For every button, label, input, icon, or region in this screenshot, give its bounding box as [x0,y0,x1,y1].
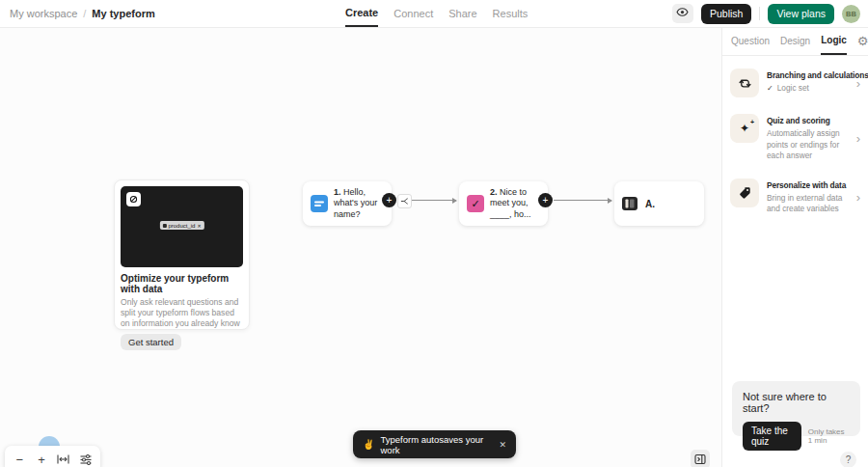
question-node-1-text: 1. Hello, what's your name? [334,187,384,221]
quiz-sparkle-icon: ✦+ [730,114,759,143]
panel-item-text: Branching and calculations ✓ Logic set [767,69,868,97]
preview-button[interactable] [672,4,693,23]
panel-item-personalize[interactable]: Personalize with data Bring in external … [730,179,860,215]
tag-icon [730,179,759,207]
variable-chip-label: product_id [168,223,195,229]
variable-chip-icon [162,224,166,228]
panel-items: Branching and calculations ✓ Logic set ›… [722,56,868,215]
tab-design[interactable]: Design [780,27,810,55]
question-node-2-text: 2. Nice to meet you, ____, ho... [490,187,540,221]
logic-set-label: Logic set [777,83,809,93]
flow-canvas[interactable]: product_id ✕ Optimize your typeform with… [0,27,721,467]
zoom-out-button[interactable]: − [11,451,28,467]
breadcrumb-form-title[interactable]: My typeform [92,8,154,19]
panel-item-quiz[interactable]: ✦+ Quiz and scoring Automatically assign… [730,114,860,162]
ending-node-label: A. [645,199,655,209]
short-text-icon [311,195,328,212]
tab-logic[interactable]: Logic [821,27,847,55]
tab-create[interactable]: Create [345,0,378,27]
collapse-panel-button[interactable] [691,450,710,467]
add-block-button-1[interactable]: + [382,193,396,207]
ending-icon [622,197,637,210]
autosave-toast: ✌️ Typeform autosaves your work ✕ [353,430,516,458]
panel-item-text: Quiz and scoring Automatically assign po… [767,114,855,162]
chevron-right-icon: › [856,189,860,204]
tab-connect[interactable]: Connect [393,0,433,27]
variable-chip-close-icon: ✕ [197,223,201,229]
branch-logic-badge[interactable] [397,194,412,208]
tab-share[interactable]: Share [448,0,476,27]
avatar[interactable]: BB [842,5,860,23]
promo-image: product_id ✕ [121,186,243,267]
branching-icon [730,69,759,97]
logic-panel: Question Design Logic ⚙ Branching and ca… [721,27,868,467]
help-button[interactable]: ? [840,452,856,467]
panel-item-title: Quiz and scoring [767,116,855,125]
panel-item-title: Branching and calculations [767,70,868,80]
panel-item-desc: Automatically assign points or endings f… [767,128,855,162]
panel-item-branching[interactable]: Branching and calculations ✓ Logic set › [730,69,860,97]
yes-no-check-icon: ✓ [467,195,484,212]
add-block-button-2[interactable]: + [538,193,553,207]
hidden-fields-icon [126,192,141,206]
main-tabs: Create Connect Share Results [345,0,528,27]
panel-item-title: Personalize with data [767,180,855,190]
variable-chip: product_id ✕ [159,221,203,230]
quiz-start-card: Not sure where to start? Take the quiz O… [732,381,860,436]
check-icon: ✓ [767,84,773,93]
autosave-toast-text: Typeform autosaves your work [380,434,493,455]
panel-item-desc: Bring in external data and create variab… [767,193,855,215]
map-settings-button[interactable] [77,451,95,467]
eye-icon [676,5,689,22]
take-the-quiz-button[interactable]: Take the quiz [743,422,801,451]
toast-close-icon[interactable]: ✕ [499,440,506,450]
get-started-button[interactable]: Get started [121,334,181,350]
top-bar: My workspace / My typeform Create Connec… [0,0,868,28]
promo-card: product_id ✕ Optimize your typeform with… [114,179,250,330]
question-node-2[interactable]: ✓ 2. Nice to meet you, ____, ho... [459,181,548,226]
quiz-start-row: Take the quiz Only takes 1 min [743,422,850,451]
chevron-right-icon: › [856,76,860,91]
victory-hand-emoji: ✌️ [363,439,374,450]
breadcrumb-workspace[interactable]: My workspace [10,8,77,19]
view-plans-button[interactable]: View plans [768,4,834,24]
chevron-right-icon: › [856,130,860,145]
logic-set-status: ✓ Logic set [767,83,868,93]
breadcrumb: My workspace / My typeform [10,0,155,27]
zoom-toolbar: − + [5,446,100,467]
publish-button[interactable]: Publish [701,4,751,24]
connector-arrow-1 [411,200,456,201]
promo-body: Only ask relevant questions and split yo… [121,297,243,329]
tab-results[interactable]: Results [493,0,529,27]
promo-title: Optimize your typeform with data [121,273,243,294]
ending-node-a[interactable]: A. [614,181,704,226]
zoom-in-button[interactable]: + [33,451,50,467]
topbar-divider [759,7,760,20]
topbar-actions: Publish View plans BB [672,0,860,27]
breadcrumb-separator: / [83,8,86,19]
quiz-start-title: Not sure where to start? [743,391,850,414]
gear-icon[interactable]: ⚙ [857,35,868,47]
fit-to-width-button[interactable] [55,451,72,467]
panel-item-text: Personalize with data Bring in external … [767,179,855,215]
tab-question[interactable]: Question [731,27,770,55]
connector-arrow-2 [554,200,611,201]
question-node-1[interactable]: 1. Hello, what's your name? [303,181,392,226]
quiz-duration-note: Only takes 1 min [808,427,850,445]
panel-tabs: Question Design Logic ⚙ [722,27,868,56]
